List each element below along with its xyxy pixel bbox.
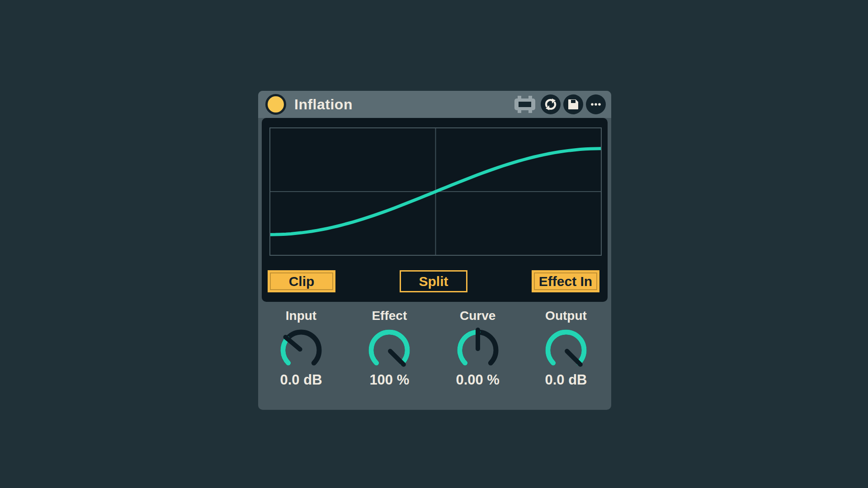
hot-swap-icon[interactable] <box>541 94 561 114</box>
effect-knob[interactable] <box>366 326 413 371</box>
inflation-device: Inflation <box>258 91 611 410</box>
mode-button-row: Clip Split Effect In <box>268 270 599 292</box>
titlebar-icon-row <box>514 94 606 114</box>
device-title-bar: Inflation <box>258 91 611 118</box>
knob-controls-section: Input 0.0 dB Effect 100 % Curve 0.00 % O… <box>258 302 611 410</box>
output-knob-value[interactable]: 0.0 dB <box>545 372 587 388</box>
input-knob-value[interactable]: 0.0 dB <box>280 372 322 388</box>
clip-button[interactable]: Clip <box>268 270 335 292</box>
input-knob-group: Input 0.0 dB <box>267 302 335 410</box>
output-knob-label: Output <box>545 309 587 323</box>
more-options-icon[interactable] <box>586 94 606 114</box>
curve-knob-group: Curve 0.00 % <box>444 302 512 410</box>
effect-in-button[interactable]: Effect In <box>532 270 599 292</box>
curve-knob-value[interactable]: 0.00 % <box>456 372 500 388</box>
save-preset-icon[interactable] <box>563 94 583 114</box>
max-device-icon <box>514 96 535 113</box>
output-knob[interactable] <box>542 326 590 371</box>
split-button[interactable]: Split <box>400 270 467 292</box>
device-title: Inflation <box>294 96 514 113</box>
device-activator-toggle[interactable] <box>265 94 286 115</box>
curve-knob[interactable] <box>454 326 501 371</box>
input-knob-label: Input <box>286 309 316 323</box>
effect-knob-group: Effect 100 % <box>355 302 423 410</box>
output-knob-group: Output 0.0 dB <box>532 302 600 410</box>
input-knob[interactable] <box>278 326 325 371</box>
desktop-background: Inflation <box>0 0 868 488</box>
effect-knob-label: Effect <box>372 309 407 323</box>
effect-knob-value[interactable]: 100 % <box>369 372 409 388</box>
transfer-curve-display <box>269 127 602 256</box>
display-panel: Clip Split Effect In <box>262 118 608 302</box>
curve-knob-label: Curve <box>460 309 495 323</box>
